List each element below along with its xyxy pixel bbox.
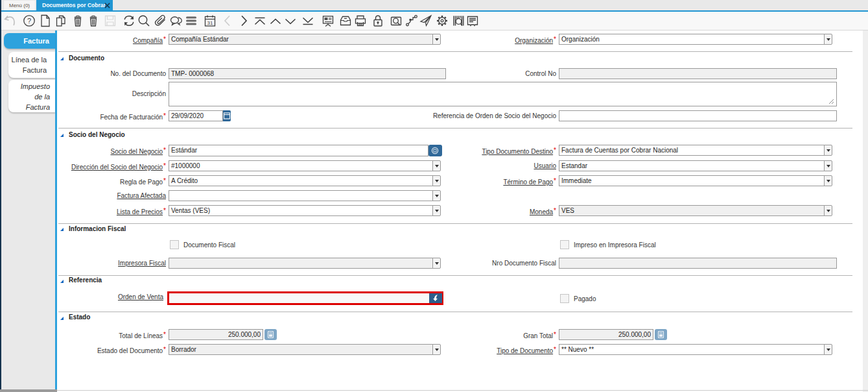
svg-text:31: 31 [207, 20, 213, 26]
svg-text:?: ? [27, 17, 31, 25]
